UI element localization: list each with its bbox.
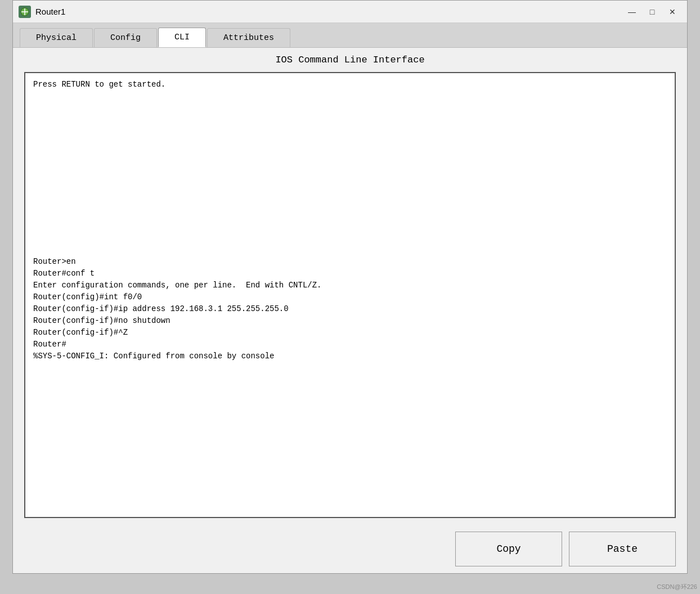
tab-cli[interactable]: CLI bbox=[158, 28, 206, 47]
terminal-text: Press RETURN to get started. Router>en R… bbox=[33, 79, 667, 362]
content-area: IOS Command Line Interface Press RETURN … bbox=[13, 48, 687, 525]
title-bar: Router1 — □ ✕ bbox=[13, 1, 687, 23]
maximize-button[interactable]: □ bbox=[643, 4, 661, 20]
section-title: IOS Command Line Interface bbox=[24, 55, 676, 65]
window-title: Router1 bbox=[35, 7, 623, 16]
close-button[interactable]: ✕ bbox=[663, 4, 681, 20]
copy-button[interactable]: Copy bbox=[455, 532, 562, 566]
button-bar: Copy Paste bbox=[13, 525, 687, 573]
tab-bar: Physical Config CLI Attributes bbox=[13, 23, 687, 48]
terminal-output[interactable]: Press RETURN to get started. Router>en R… bbox=[24, 72, 676, 518]
watermark: CSDN@环226 bbox=[657, 583, 697, 591]
minimize-button[interactable]: — bbox=[623, 4, 641, 20]
window-controls: — □ ✕ bbox=[623, 4, 681, 20]
tab-attributes[interactable]: Attributes bbox=[207, 28, 290, 47]
main-window: Router1 — □ ✕ Physical Config CLI Attrib… bbox=[12, 0, 688, 574]
tab-config[interactable]: Config bbox=[94, 28, 157, 47]
tab-physical[interactable]: Physical bbox=[20, 28, 93, 47]
app-icon bbox=[19, 6, 31, 18]
paste-button[interactable]: Paste bbox=[569, 532, 676, 566]
